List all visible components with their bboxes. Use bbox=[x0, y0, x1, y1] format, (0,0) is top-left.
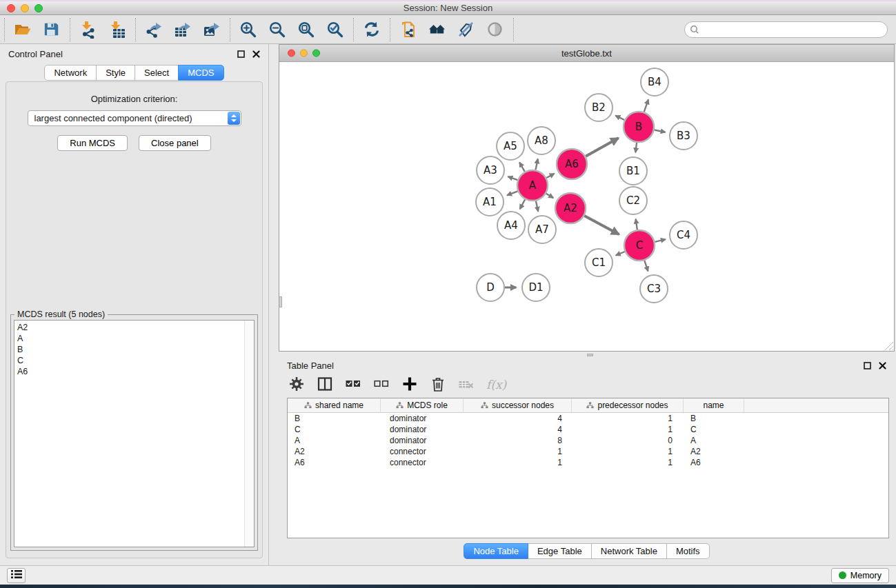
result-item[interactable]: A bbox=[17, 333, 251, 344]
add-button[interactable] bbox=[401, 376, 419, 394]
node-A4[interactable]: A4 bbox=[497, 212, 525, 239]
tab-motifs[interactable]: Motifs bbox=[666, 543, 710, 559]
table-row[interactable]: Bdominator41B bbox=[288, 413, 888, 424]
float-table-panel-icon[interactable] bbox=[864, 362, 871, 369]
delete-button[interactable] bbox=[430, 376, 448, 394]
edge-B-B3[interactable] bbox=[655, 130, 666, 132]
edge-A-A8[interactable] bbox=[536, 159, 538, 170]
result-item[interactable]: A6 bbox=[17, 366, 251, 377]
doc-share-button[interactable] bbox=[398, 19, 419, 40]
node-B[interactable]: B bbox=[624, 112, 654, 142]
table-row[interactable]: A2connector11A2 bbox=[288, 446, 888, 457]
table-row[interactable]: Adominator80A bbox=[288, 435, 888, 446]
node-A2[interactable]: A2 bbox=[555, 193, 586, 223]
node-C3[interactable]: C3 bbox=[640, 275, 668, 303]
node-A1[interactable]: A1 bbox=[476, 188, 504, 216]
tab-mcds[interactable]: MCDS bbox=[178, 65, 223, 81]
edge-B-B2[interactable] bbox=[615, 116, 624, 120]
optimization-dropdown[interactable]: largest connected component (directed) bbox=[28, 110, 241, 126]
column-header-name[interactable]: name bbox=[684, 398, 744, 412]
zoom-in-button[interactable] bbox=[238, 19, 259, 40]
node-A8[interactable]: A8 bbox=[528, 127, 555, 154]
tab-edge-table[interactable]: Edge Table bbox=[528, 543, 592, 559]
close-panel-icon[interactable] bbox=[252, 50, 260, 58]
edge-C-C1[interactable] bbox=[616, 252, 625, 256]
network-close-button[interactable] bbox=[288, 50, 295, 57]
import-table-button[interactable] bbox=[107, 19, 128, 40]
double-home-button[interactable] bbox=[427, 19, 448, 40]
gear-button[interactable] bbox=[288, 376, 306, 394]
folder-open-button[interactable] bbox=[12, 19, 33, 40]
zoom-fit-button[interactable] bbox=[296, 19, 317, 40]
search-input[interactable] bbox=[684, 21, 888, 38]
export-network-button[interactable] bbox=[143, 19, 164, 40]
close-window-button[interactable] bbox=[7, 4, 15, 12]
label-strike-button[interactable] bbox=[456, 19, 477, 40]
edge-B-B1[interactable] bbox=[635, 143, 637, 152]
close-panel-button[interactable]: Close panel bbox=[139, 135, 211, 151]
edge-A-A4[interactable] bbox=[520, 199, 526, 209]
node-C4[interactable]: C4 bbox=[670, 221, 697, 249]
import-network-button[interactable] bbox=[78, 19, 99, 40]
edge-A6-B[interactable] bbox=[586, 138, 619, 156]
close-table-panel-icon[interactable] bbox=[879, 362, 886, 369]
table-row[interactable]: A6connector11A6 bbox=[288, 457, 888, 468]
zoom-out-button[interactable] bbox=[267, 19, 288, 40]
edge-A-A5[interactable] bbox=[519, 163, 525, 172]
network-zoom-button[interactable] bbox=[312, 50, 320, 57]
minimize-window-button[interactable] bbox=[21, 4, 29, 12]
splitter-handle[interactable] bbox=[279, 296, 282, 307]
network-canvas[interactable]: B4B2BB3A5A8A6A3AB1A1A2C2A4A7C4CC1DD1C3 bbox=[279, 62, 894, 351]
columns-button[interactable] bbox=[317, 376, 335, 394]
column-header-MCDS-role[interactable]: MCDS role bbox=[381, 398, 464, 412]
node-A7[interactable]: A7 bbox=[528, 216, 556, 243]
delete-table-button[interactable] bbox=[458, 376, 476, 394]
deselect-all-button[interactable] bbox=[373, 376, 391, 394]
horizontal-splitter[interactable] bbox=[279, 352, 895, 358]
network-window-titlebar[interactable]: testGlobe.txt bbox=[279, 45, 894, 62]
node-A3[interactable]: A3 bbox=[477, 156, 504, 184]
edge-B-B4[interactable] bbox=[644, 99, 648, 112]
export-table-button[interactable] bbox=[172, 19, 193, 40]
tab-network-table[interactable]: Network Table bbox=[591, 543, 667, 559]
edge-C-C4[interactable] bbox=[655, 239, 665, 242]
refresh-button[interactable] bbox=[361, 19, 382, 40]
column-header-shared-name[interactable]: shared name bbox=[288, 398, 381, 412]
result-item[interactable]: C bbox=[17, 355, 251, 366]
table-row[interactable]: Cdominator41C bbox=[288, 424, 888, 435]
node-B4[interactable]: B4 bbox=[641, 68, 668, 96]
node-B3[interactable]: B3 bbox=[670, 122, 697, 150]
tab-select[interactable]: Select bbox=[135, 65, 179, 81]
select-all-button[interactable] bbox=[345, 376, 363, 394]
save-button[interactable] bbox=[41, 19, 62, 40]
edge-C-C2[interactable] bbox=[636, 219, 637, 230]
task-history-button[interactable] bbox=[7, 568, 26, 583]
tab-style[interactable]: Style bbox=[96, 65, 135, 81]
mcds-result-list[interactable]: A2ABCA6 bbox=[14, 320, 255, 547]
edge-A-A7[interactable] bbox=[536, 201, 538, 212]
edge-A-A2[interactable] bbox=[546, 194, 554, 198]
tab-node-table[interactable]: Node Table bbox=[464, 543, 528, 559]
node-D[interactable]: D bbox=[477, 274, 504, 301]
network-minimize-button[interactable] bbox=[300, 50, 308, 57]
tab-network[interactable]: Network bbox=[44, 65, 97, 81]
node-A6[interactable]: A6 bbox=[557, 149, 587, 179]
half-sphere-button[interactable] bbox=[485, 19, 506, 40]
memory-button[interactable]: Memory bbox=[831, 568, 889, 583]
node-A5[interactable]: A5 bbox=[497, 132, 524, 160]
edge-C-C3[interactable] bbox=[644, 261, 648, 272]
node-C2[interactable]: C2 bbox=[619, 187, 647, 214]
node-C[interactable]: C bbox=[624, 230, 655, 261]
node-A[interactable]: A bbox=[517, 170, 548, 201]
result-scrollbar[interactable] bbox=[244, 321, 254, 547]
float-panel-icon[interactable] bbox=[237, 50, 245, 58]
function-builder-button[interactable]: f(x) bbox=[486, 376, 506, 394]
result-item[interactable]: B bbox=[17, 344, 251, 355]
edge-A2-C[interactable] bbox=[584, 216, 619, 234]
zoom-selected-button[interactable] bbox=[325, 19, 346, 40]
edge-A-A3[interactable] bbox=[508, 176, 517, 180]
export-image-button[interactable] bbox=[201, 19, 222, 40]
result-item[interactable]: A2 bbox=[17, 322, 251, 333]
edge-A-A1[interactable] bbox=[507, 191, 518, 195]
node-B1[interactable]: B1 bbox=[619, 157, 647, 185]
